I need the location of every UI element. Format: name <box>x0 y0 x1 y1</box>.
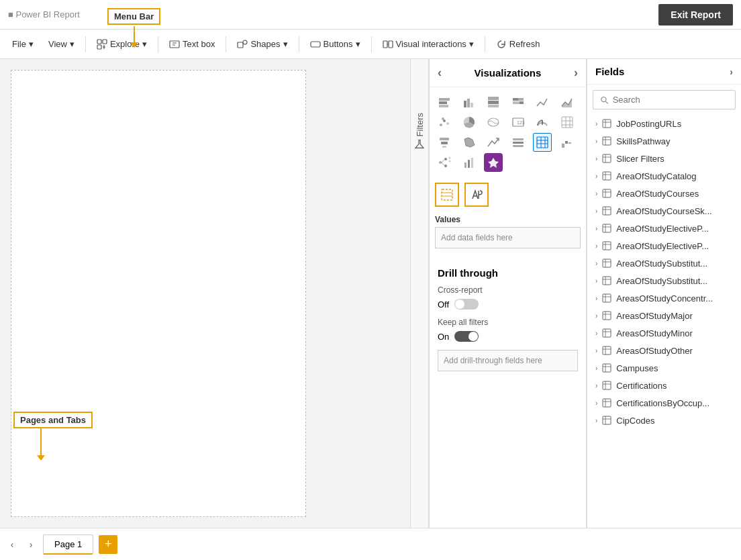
field-chevron: › <box>595 365 597 372</box>
viz-decomp-tree[interactable] <box>435 153 454 172</box>
fields-search-input[interactable] <box>613 95 728 105</box>
field-item[interactable]: › AreaOfStudyElectiveP... <box>587 220 741 237</box>
viz-matrix[interactable] <box>558 113 577 132</box>
fields-header: Fields › <box>587 59 741 85</box>
viz-filled-map[interactable] <box>460 133 479 152</box>
page-1-tab[interactable]: Page 1 <box>43 534 93 555</box>
svg-point-53 <box>444 165 447 167</box>
viz-card[interactable]: 123 <box>509 113 528 132</box>
field-item[interactable]: › AreaOfStudySubstitut... <box>587 254 741 272</box>
svg-rect-83 <box>603 207 611 215</box>
svg-text:123: 123 <box>517 120 525 125</box>
field-item[interactable]: › JobPostingURLs <box>587 115 741 132</box>
field-chevron: › <box>595 295 597 302</box>
field-chevron: › <box>595 190 597 197</box>
field-item[interactable]: › AreaOfStudyElectiveP... <box>587 237 741 254</box>
viz-stacked-col[interactable] <box>484 93 503 111</box>
drill-through-drop-zone[interactable]: Add drill-through fields here <box>438 350 578 371</box>
cross-report-thumb <box>455 299 464 309</box>
field-chevron: › <box>595 400 597 407</box>
page-next-button[interactable]: › <box>24 538 38 551</box>
viz-table[interactable] <box>533 133 552 152</box>
add-page-button[interactable]: + <box>99 535 117 554</box>
shapes-button[interactable]: Shapes ▾ <box>230 36 294 52</box>
buttons-label: Buttons <box>324 39 353 49</box>
field-chevron: › <box>595 347 597 355</box>
pages-arrow-line <box>40 428 42 455</box>
viz-pie[interactable] <box>460 113 479 132</box>
viz-line[interactable] <box>533 93 552 111</box>
visual-interactions-button[interactable]: Visual interactions ▾ <box>376 36 481 52</box>
svg-rect-0 <box>97 40 101 44</box>
svg-rect-7 <box>383 41 387 48</box>
viz-format-icon[interactable] <box>464 183 489 207</box>
visual-interactions-chevron: ▾ <box>469 39 474 49</box>
field-item[interactable]: › AreasOfStudyMinor <box>587 324 741 342</box>
field-item[interactable]: › AreaOfStudyCourseSk... <box>587 202 741 220</box>
file-menu-button[interactable]: File ▾ <box>5 36 40 52</box>
viz-waterfall[interactable] <box>558 133 577 152</box>
viz-bar-chart2[interactable] <box>460 153 479 172</box>
field-item[interactable]: › AreaOfStudySubstitut... <box>587 272 741 289</box>
viz-gauge[interactable] <box>533 113 552 132</box>
exit-report-button[interactable]: Exit Report <box>658 4 733 26</box>
field-item[interactable]: › AreasOfStudyOther <box>587 342 741 359</box>
svg-rect-80 <box>603 189 611 197</box>
cross-report-toggle[interactable] <box>454 299 479 310</box>
field-item[interactable]: › AreasOfStudyConcentr... <box>587 289 741 307</box>
viz-100-bar[interactable] <box>509 93 528 111</box>
viz-area[interactable] <box>558 93 577 111</box>
svg-rect-6 <box>311 42 320 47</box>
field-item[interactable]: › AreasOfStudyMajor <box>587 307 741 324</box>
field-name: AreaOfStudyElectiveP... <box>616 224 709 234</box>
viz-fields-icon[interactable] <box>435 183 459 207</box>
keep-filters-toggle[interactable] <box>454 331 479 342</box>
svg-rect-39 <box>513 138 524 140</box>
refresh-button[interactable]: Refresh <box>489 36 547 52</box>
fields-search-box[interactable] <box>593 90 736 109</box>
svg-rect-74 <box>603 154 611 162</box>
svg-rect-21 <box>513 101 520 104</box>
buttons-button[interactable]: Buttons ▾ <box>303 36 367 52</box>
viz-add-data-fields: Add data fields here <box>441 233 513 242</box>
field-chevron: › <box>595 207 597 215</box>
field-name: SkillsPathway <box>616 136 670 146</box>
textbox-button[interactable]: Text box <box>162 36 221 52</box>
field-item[interactable]: › AreaOfStudyCatalog <box>587 167 741 185</box>
field-item[interactable]: › Slicer Filters <box>587 150 741 167</box>
page-prev-button[interactable]: ‹ <box>5 538 19 551</box>
field-table-icon <box>601 188 612 199</box>
field-item[interactable]: › Certifications <box>587 377 741 394</box>
toolbar-separator-3 <box>226 36 226 52</box>
buttons-icon <box>310 39 321 50</box>
svg-rect-110 <box>603 364 611 372</box>
field-item[interactable]: › SkillsPathway <box>587 132 741 150</box>
field-name: Campuses <box>616 363 658 373</box>
viz-clustered-bar[interactable] <box>460 93 479 111</box>
viz-next[interactable]: › <box>574 66 578 80</box>
view-menu-button[interactable]: View ▾ <box>42 36 81 52</box>
svg-rect-58 <box>464 162 466 168</box>
viz-funnel[interactable] <box>435 133 454 152</box>
add-drill-fields: Add drill-through fields here <box>444 356 542 365</box>
viz-slicer[interactable] <box>509 133 528 152</box>
field-table-icon <box>601 415 612 426</box>
viz-kpi[interactable] <box>484 133 503 152</box>
viz-prev[interactable]: ‹ <box>438 66 442 80</box>
svg-rect-59 <box>468 160 470 168</box>
viz-scatter[interactable] <box>435 113 454 132</box>
viz-stacked-bar[interactable] <box>435 93 454 111</box>
viz-values-drop-zone[interactable]: Add data fields here <box>435 227 581 248</box>
field-item[interactable]: › Campuses <box>587 359 741 377</box>
field-item[interactable]: › CertificationsByOccup... <box>587 394 741 412</box>
field-item[interactable]: › CipCodes <box>587 412 741 429</box>
canvas-area: Pages and Tabs <box>0 59 410 528</box>
field-name: AreasOfStudyConcentr... <box>616 293 713 304</box>
filters-label[interactable]: Filters <box>415 113 425 148</box>
viz-map[interactable] <box>484 113 503 132</box>
field-item[interactable]: › AreaOfStudyCourses <box>587 185 741 202</box>
fields-expand-icon[interactable]: › <box>730 66 733 77</box>
field-chevron: › <box>595 173 597 180</box>
toolbar-separator-1 <box>85 36 86 52</box>
viz-custom[interactable] <box>484 153 503 172</box>
